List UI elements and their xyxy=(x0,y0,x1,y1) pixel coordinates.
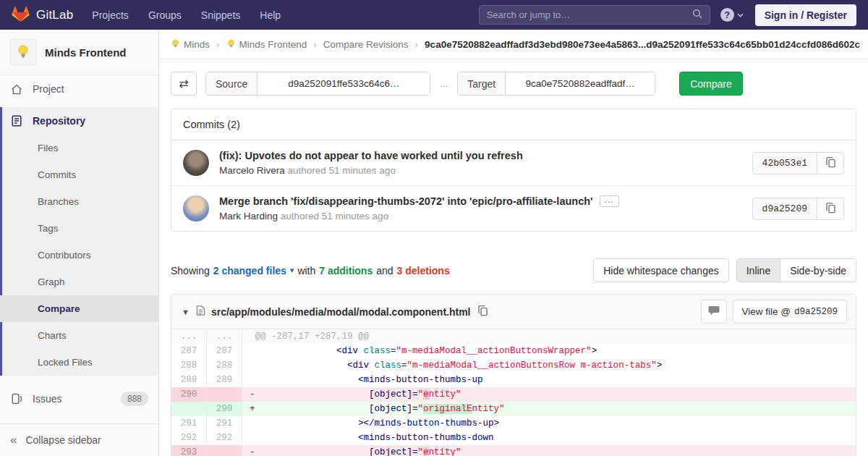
changed-files-link[interactable]: 2 changed files xyxy=(213,265,286,276)
top-navbar: GitLab ProjectsGroupsSnippetsHelp Search… xyxy=(0,0,868,30)
issues-icon xyxy=(10,393,23,405)
search-placeholder: Search or jump to… xyxy=(487,9,692,20)
copy-path-icon[interactable] xyxy=(477,305,488,318)
target-input-group: Target xyxy=(457,72,655,96)
commit-title[interactable]: Merge branch 'fix/disappearing-thumbs-20… xyxy=(219,195,593,207)
old-line-number[interactable]: 290 xyxy=(171,387,207,402)
commits-header: Commits (2) xyxy=(171,109,856,140)
collapse-diff-caret-icon[interactable]: ▼ xyxy=(182,308,190,316)
commit-author-name[interactable]: Mark Harding xyxy=(219,211,278,221)
sidebar-item-compare[interactable]: Compare xyxy=(0,295,158,322)
repository-icon xyxy=(10,115,23,127)
commit-author-avatar[interactable] xyxy=(183,150,209,176)
hide-whitespace-button[interactable]: Hide whitespace changes xyxy=(593,258,729,282)
sidebar-item-files[interactable]: Files xyxy=(0,135,158,161)
new-line-number[interactable]: 292 xyxy=(207,431,242,445)
old-line-number[interactable]: 293 xyxy=(171,445,207,456)
commit-title[interactable]: (fix): Upvotes do not appear to have wor… xyxy=(219,150,523,161)
changed-files-caret-icon: ▾ xyxy=(290,266,294,275)
source-input[interactable] xyxy=(258,72,430,95)
diff-code: <minds-button-thumbs-down xyxy=(242,431,856,445)
collapse-sidebar-button[interactable]: « Collapse sidebar xyxy=(0,423,158,456)
diff-file-path[interactable]: src/app/modules/media/modal/modal.compon… xyxy=(211,306,471,318)
help-icon: ? xyxy=(720,8,734,22)
diff-line: 288288 <div class="m-mediaModal__actionB… xyxy=(171,358,856,373)
additions-count: 7 additions xyxy=(319,265,373,276)
old-line-number[interactable]: 289 xyxy=(171,373,207,387)
breadcrumb-item-compare-revisions[interactable]: Compare Revisions xyxy=(323,39,409,50)
copy-sha-button[interactable] xyxy=(817,153,843,174)
project-avatar xyxy=(9,38,37,66)
old-line-number[interactable]: 292 xyxy=(171,431,207,445)
old-line-number[interactable]: ... xyxy=(171,329,207,344)
sidebar-item-project[interactable]: Project xyxy=(0,75,158,103)
view-file-sha: d9a25209 xyxy=(794,307,838,317)
sign-in-register-button[interactable]: Sign in / Register xyxy=(755,4,856,26)
sidebar-item-branches[interactable]: Branches xyxy=(0,188,158,215)
sidebar-item-repository[interactable]: Repository xyxy=(0,107,158,135)
old-line-number[interactable] xyxy=(171,402,207,416)
diff-code: + [object]="originalEntity" xyxy=(242,402,856,416)
copy-sha-button[interactable] xyxy=(817,198,843,219)
search-icon xyxy=(692,9,702,21)
sidebar-repository-section: Repository FilesCommitsBranchesTagsContr… xyxy=(0,107,158,376)
commit-author-avatar[interactable] xyxy=(183,195,209,221)
new-line-number[interactable] xyxy=(207,387,242,402)
swap-revisions-button[interactable]: ⇄ xyxy=(171,72,197,96)
nav-link-projects[interactable]: Projects xyxy=(92,9,129,21)
view-file-button[interactable]: View file @ d9a25209 xyxy=(733,300,848,324)
diff-summary-row: Showing 2 changed files▾ with 7 addition… xyxy=(159,232,868,294)
commit-meta: Marcelo Rivera authored 51 minutes ago xyxy=(219,165,523,176)
brand-name: GitLab xyxy=(36,8,73,22)
commit-sha-group: d9a25209 xyxy=(752,198,844,220)
commit-author-name[interactable]: Marcelo Rivera xyxy=(219,165,285,176)
commit-description-toggle-button[interactable]: ... xyxy=(600,195,619,207)
toggle-comments-button[interactable] xyxy=(701,300,727,324)
commit-sha[interactable]: 42b053e1 xyxy=(753,153,817,174)
new-line-number[interactable]: 287 xyxy=(207,344,242,358)
sidebar-item-commits[interactable]: Commits xyxy=(0,161,158,188)
breadcrumb-separator: › xyxy=(216,39,220,50)
sidebar-item-project-label: Project xyxy=(33,83,64,95)
inline-view-button[interactable]: Inline xyxy=(737,259,780,282)
sidebar-item-contributors[interactable]: Contributors xyxy=(0,242,158,269)
home-icon xyxy=(10,84,23,95)
sidebar-item-charts[interactable]: Charts xyxy=(0,322,158,349)
new-line-number[interactable]: 288 xyxy=(207,358,242,373)
new-line-number[interactable]: ... xyxy=(207,329,242,344)
sidebar-item-repository-label: Repository xyxy=(33,115,85,127)
compare-button[interactable]: Compare xyxy=(679,72,743,96)
nav-links: ProjectsGroupsSnippetsHelp xyxy=(92,9,281,21)
search-input[interactable]: Search or jump to… xyxy=(479,5,710,25)
diff-code: @@ -287,17 +287,19 @@ xyxy=(242,329,856,344)
new-line-number[interactable] xyxy=(207,445,242,456)
and-label: and xyxy=(376,265,393,276)
target-input[interactable] xyxy=(506,72,655,95)
diff-code: - [object]="entity" xyxy=(242,387,856,402)
sidebar-item-tags[interactable]: Tags xyxy=(0,215,158,242)
sidebar-item-issues[interactable]: Issues 888 xyxy=(0,385,158,413)
commit-sha[interactable]: d9a25209 xyxy=(753,198,817,219)
new-line-number[interactable]: 289 xyxy=(207,373,242,387)
new-line-number[interactable]: 290 xyxy=(207,402,242,416)
nav-link-help[interactable]: Help xyxy=(260,9,281,21)
breadcrumb-separator: › xyxy=(415,39,419,50)
sidebar-item-locked-files[interactable]: Locked Files xyxy=(0,349,158,376)
nav-link-groups[interactable]: Groups xyxy=(148,9,182,21)
nav-link-snippets[interactable]: Snippets xyxy=(201,9,240,21)
sidebar-item-graph[interactable]: Graph xyxy=(0,269,158,295)
side-by-side-view-button[interactable]: Side-by-side xyxy=(780,259,856,282)
view-file-label: View file @ xyxy=(742,306,791,317)
gitlab-brand[interactable]: GitLab xyxy=(12,5,73,25)
old-line-number[interactable]: 288 xyxy=(171,358,207,373)
old-line-number[interactable]: 291 xyxy=(171,416,207,431)
sidebar-project-header[interactable]: Minds Frontend xyxy=(0,30,158,75)
breadcrumb-item-minds[interactable]: Minds xyxy=(171,39,210,50)
breadcrumb-label: Minds xyxy=(184,39,210,50)
commit-row: Merge branch 'fix/disappearing-thumbs-20… xyxy=(171,185,856,231)
new-line-number[interactable]: 291 xyxy=(207,416,242,431)
old-line-number[interactable]: 287 xyxy=(171,344,207,358)
help-menu[interactable]: ? xyxy=(720,8,744,22)
breadcrumb-item-minds-frontend[interactable]: Minds Frontend xyxy=(226,39,307,50)
diff-line: 291291 ></minds-button-thumbs-up> xyxy=(171,416,856,431)
